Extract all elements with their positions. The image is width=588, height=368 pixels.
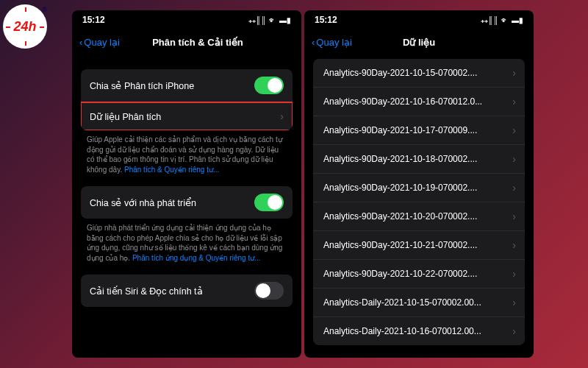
chevron-right-icon: › [512,153,516,165]
toggle-switch[interactable] [254,77,284,94]
chevron-right-icon: › [512,182,516,194]
status-bar: 15:12 ₊₊║║ ᯤ ▬▮ [304,10,534,29]
toggle-switch[interactable] [254,282,284,300]
status-indicators: ₊₊║║ ᯤ ▬▮ [248,16,291,24]
status-bar: 15:12 ₊₊║║ ᯤ ▬▮ [72,10,301,29]
list-item[interactable]: Analytics-90Day-2021-10-15-070002....› [313,59,525,88]
toggle-switch[interactable] [254,194,284,211]
chevron-right-icon: › [512,124,516,136]
status-time: 15:12 [82,15,105,25]
share-with-developer-row[interactable]: Chia sẻ với nhà phát triển [81,186,293,219]
chevron-right-icon: › [512,268,516,280]
list-item[interactable]: Analytics-90Day-2021-10-19-070002....› [313,174,525,202]
list-item[interactable]: Analytics-Daily-2021-10-16-070012.00...› [313,317,525,345]
row-label: Chia sẻ Phân tích iPhone [90,80,194,91]
chevron-right-icon: › [512,297,516,308]
phone-left: 15:12 ₊₊║║ ᯤ ▬▮ ‹ Quay lại Phân tích & C… [72,10,301,358]
privacy-link[interactable]: Phân tích & Quyền riêng tư... [124,166,219,174]
row-label: Chia sẻ với nhà phát triển [90,197,196,208]
logo-text: 24h [13,19,36,35]
status-time: 15:12 [315,15,337,25]
analytics-data-row[interactable]: Dữ liệu Phân tích › [81,102,293,130]
battery-icon: ▬▮ [279,16,291,24]
chevron-right-icon: › [512,325,516,337]
chevron-right-icon: › [512,210,516,222]
brand-logo: 24h ® [3,4,47,49]
footer-text-1: Giúp Apple cải thiện các sản phẩm và dịc… [72,130,301,176]
chevron-right-icon: › [512,239,516,251]
row-label: Dữ liệu Phân tích [90,111,161,122]
back-button[interactable]: ‹ Quay lại [312,37,352,48]
chevron-right-icon: › [512,96,516,107]
wifi-icon: ᯤ [501,16,509,24]
row-label: Cải tiến Siri & Đọc chính tả [90,286,203,297]
analytics-file-list: Analytics-90Day-2021-10-15-070002....› A… [313,59,525,345]
list-item[interactable]: Analytics-90Day-2021-10-16-070012.0...› [313,88,525,116]
share-iphone-analytics-row[interactable]: Chia sẻ Phân tích iPhone [81,69,293,102]
list-item[interactable]: Analytics-90Day-2021-10-21-070002....› [313,231,525,260]
list-item[interactable]: Analytics-90Day-2021-10-18-070002....› [313,145,525,174]
signal-icon: ₊₊║║ [248,16,266,24]
back-button[interactable]: ‹ Quay lại [79,37,120,48]
list-item[interactable]: Analytics-90Day-2021-10-20-070002....› [313,202,525,231]
chevron-left-icon: ‹ [312,37,315,48]
improve-siri-row[interactable]: Cải tiến Siri & Đọc chính tả [81,275,293,307]
nav-bar: ‹ Quay lại Dữ liệu [304,29,534,54]
chevron-left-icon: ‹ [79,37,82,48]
nav-bar: ‹ Quay lại Phân tích & Cải tiến [72,29,301,54]
footer-text-2: Giúp nhà phát triển ứng dụng cải thiện ứ… [72,219,301,264]
registered-mark: ® [42,6,47,13]
phone-right: 15:12 ₊₊║║ ᯤ ▬▮ ‹ Quay lại Dữ liệu Analy… [304,10,534,358]
chevron-right-icon: › [280,110,284,122]
signal-icon: ₊₊║║ [481,16,498,24]
battery-icon: ▬▮ [512,16,523,24]
status-indicators: ₊₊║║ ᯤ ▬▮ [481,16,523,24]
chevron-right-icon: › [512,67,516,79]
list-item[interactable]: Analytics-90Day-2021-10-22-070002....› [313,260,525,289]
app-privacy-link[interactable]: Phân tích ứng dụng & Quyền riêng tư... [132,254,261,262]
list-item[interactable]: Analytics-Daily-2021-10-15-070002.00...› [313,289,525,317]
back-label: Quay lại [84,37,119,48]
back-label: Quay lại [316,37,351,48]
list-item[interactable]: Analytics-90Day-2021-10-17-070009....› [313,116,525,145]
wifi-icon: ᯤ [269,16,276,24]
